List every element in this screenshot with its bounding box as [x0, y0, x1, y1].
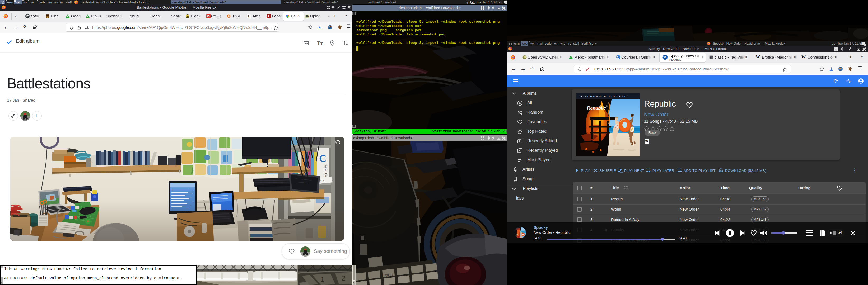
svg-text:L: L: [268, 14, 270, 18]
svg-text:2: 2: [342, 274, 346, 282]
svg-text:1: 1: [320, 275, 325, 283]
svg-text:Primer Plus: Primer Plus: [324, 165, 328, 178]
svg-text:©: ©: [606, 105, 608, 107]
svg-text:C: C: [319, 153, 326, 164]
svg-text:A NEWORDER RELEASE: A NEWORDER RELEASE: [580, 95, 627, 98]
svg-text:Republic: Republic: [587, 106, 606, 111]
svg-text:a: a: [248, 14, 249, 17]
